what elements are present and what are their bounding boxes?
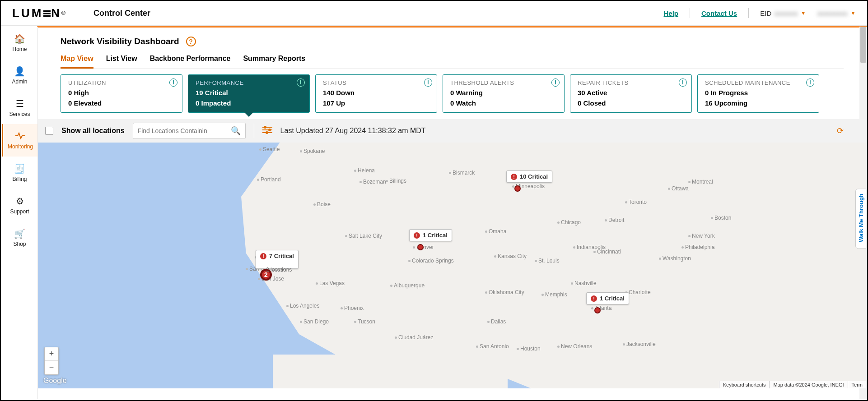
- tab-summary[interactable]: Summary Reports: [243, 55, 305, 69]
- info-icon[interactable]: i: [424, 78, 432, 87]
- help-icon[interactable]: ?: [186, 37, 196, 46]
- marker-label: 7 Critical: [269, 253, 294, 259]
- document-icon: 🧾: [14, 163, 25, 174]
- card-line2: 107 Up: [323, 99, 429, 107]
- card-threshold[interactable]: i THRESHOLD ALERTS 0 Warning 0 Watch: [443, 74, 565, 113]
- page-head: Network Visibility Dashboard ? Map View …: [38, 28, 866, 69]
- alert-icon: !: [591, 295, 597, 302]
- divider: [690, 8, 690, 18]
- show-all-checkbox[interactable]: [45, 127, 53, 135]
- nav-billing[interactable]: 🧾 Billing: [2, 157, 37, 189]
- divider: [254, 124, 254, 138]
- logo[interactable]: LUMN®: [12, 6, 66, 20]
- tab-map-view[interactable]: Map View: [61, 55, 93, 69]
- card-utilization[interactable]: i UTILIZATION 0 High 0 Elevated: [61, 74, 182, 113]
- nav-shop[interactable]: 🛒 Shop: [2, 221, 37, 254]
- city-label: Jacksonville: [623, 341, 656, 347]
- tabs: Map View List View Backbone Performance …: [61, 55, 844, 69]
- marker-callout[interactable]: ! 1 Critical: [586, 292, 629, 304]
- city-label: Nashville: [571, 280, 597, 286]
- info-icon[interactable]: i: [679, 78, 687, 87]
- city-label: Chicago: [557, 219, 581, 226]
- nav-monitoring[interactable]: Monitoring: [2, 124, 37, 157]
- card-line1: 19 Critical: [196, 89, 302, 97]
- card-performance[interactable]: i PERFORMANCE 19 Critical 0 Impacted: [188, 74, 310, 113]
- city-label: San Diego: [300, 318, 329, 325]
- svg-point-5: [266, 131, 268, 134]
- nav-label: Services: [9, 111, 30, 117]
- eid-label: EID: [760, 9, 771, 17]
- land-mass: [715, 143, 866, 388]
- map[interactable]: SeattleSpokanePortlandBoiseHelenaBozeman…: [38, 143, 866, 388]
- info-icon[interactable]: i: [806, 78, 814, 87]
- map-marker[interactable]: ! 1 Critical: [417, 244, 424, 250]
- filter-icon[interactable]: [262, 126, 272, 136]
- refresh-icon[interactable]: ⟳: [837, 126, 844, 136]
- info-icon[interactable]: i: [297, 78, 305, 87]
- marker-callout[interactable]: ! 1 Critical: [409, 229, 452, 241]
- city-label: Omaha: [485, 228, 506, 235]
- city-label: Kansas City: [494, 253, 527, 259]
- alert-icon: !: [414, 232, 420, 239]
- city-label: Seattle: [259, 146, 280, 152]
- pulse-icon: [15, 131, 25, 142]
- search-input[interactable]: [138, 127, 231, 134]
- alert-icon: !: [511, 174, 517, 180]
- show-all-label[interactable]: Show all locations: [61, 127, 125, 135]
- nav-label: Support: [10, 208, 29, 215]
- contact-link[interactable]: Contact Us: [701, 9, 737, 17]
- zoom-out-button[interactable]: −: [45, 361, 58, 374]
- stat-cards: i UTILIZATION 0 High 0 Elevated i PERFOR…: [38, 69, 866, 113]
- eid-value: xxxxxxx: [774, 9, 798, 17]
- user-dropdown[interactable]: xxxxxxxxx ▼: [817, 9, 856, 17]
- terms-link[interactable]: Term: [848, 381, 866, 388]
- location-search[interactable]: 🔍: [133, 123, 246, 139]
- help-link[interactable]: Help: [664, 9, 679, 17]
- map-marker[interactable]: ! 10 Critical: [514, 185, 521, 192]
- nav-home[interactable]: 🏠 Home: [2, 27, 37, 59]
- last-updated: Last Updated 27 Aug 2024 11:38:32 am MDT: [280, 127, 426, 135]
- nav-support[interactable]: ⚙ Support: [2, 189, 37, 221]
- card-repair[interactable]: i REPAIR TICKETS 30 Active 0 Closed: [570, 74, 692, 113]
- card-line1: 0 High: [68, 89, 175, 97]
- nav-admin[interactable]: 👤 Admin: [2, 59, 37, 92]
- logo-e-glyph: [43, 10, 51, 17]
- city-label: Boston: [711, 215, 731, 221]
- land-mass: [273, 355, 508, 388]
- map-marker[interactable]: ! 1 Critical: [594, 307, 601, 313]
- card-status[interactable]: i STATUS 140 Down 107 Up: [315, 74, 437, 113]
- home-icon: 🏠: [14, 33, 25, 44]
- city-label: Phoenix: [341, 305, 364, 311]
- zoom-in-button[interactable]: +: [45, 347, 58, 361]
- marker-callout[interactable]: ! 10 Critical: [506, 171, 552, 183]
- map-attribution: Keyboard shortcuts Map data ©2024 Google…: [719, 381, 866, 388]
- tab-list-view[interactable]: List View: [106, 55, 137, 69]
- search-icon[interactable]: 🔍: [231, 126, 241, 136]
- nav-label: Monitoring: [8, 143, 33, 150]
- eid-dropdown[interactable]: EID xxxxxxx ▼: [760, 9, 806, 17]
- city-label: Cincinnati: [593, 249, 621, 255]
- city-label: Memphis: [541, 291, 567, 298]
- info-icon[interactable]: i: [551, 78, 560, 87]
- city-label: New York: [688, 233, 715, 239]
- svg-point-1: [264, 126, 266, 129]
- city-label: San Antonio: [476, 343, 509, 350]
- map-toolbar: Show all locations 🔍 Last Updated 27 Aug…: [38, 119, 866, 143]
- info-icon[interactable]: i: [169, 78, 177, 87]
- google-logo: Google: [43, 377, 67, 385]
- marker-callout[interactable]: ! 7 Critical 2 locations: [256, 250, 299, 269]
- nav-services[interactable]: ☰ Services: [2, 92, 37, 124]
- card-line2: 16 Upcoming: [705, 99, 812, 107]
- walkme-tab[interactable]: Walk Me Through: [855, 189, 866, 249]
- card-line1: 0 In Progress: [705, 89, 812, 97]
- tab-backbone[interactable]: Backbone Performance: [150, 55, 231, 69]
- accent-bar: [37, 26, 867, 28]
- map-marker-cluster[interactable]: ! 7 Critical 2 locations 2: [260, 269, 272, 281]
- city-label: Ottawa: [668, 185, 689, 192]
- keyboard-shortcuts[interactable]: Keyboard shortcuts: [719, 381, 770, 388]
- card-title: SCHEDULED MAINTENANCE: [705, 79, 812, 86]
- city-label: Houston: [517, 346, 541, 352]
- city-label: New Orleans: [557, 343, 592, 350]
- card-maintenance[interactable]: i SCHEDULED MAINTENANCE 0 In Progress 16…: [697, 74, 819, 113]
- city-label: Billings: [386, 178, 406, 184]
